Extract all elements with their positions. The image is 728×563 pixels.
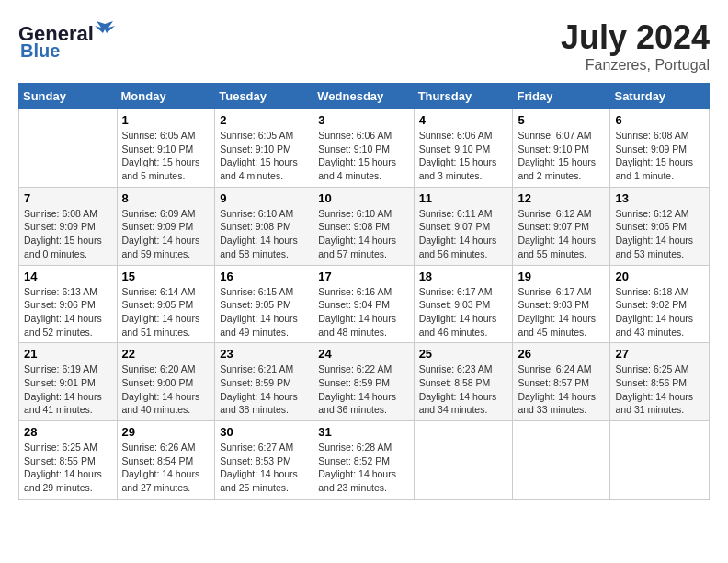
day-number: 8 (122, 191, 210, 205)
day-info: Sunrise: 6:24 AM Sunset: 8:57 PM Dayligh… (518, 362, 605, 417)
day-info: Sunrise: 6:06 AM Sunset: 9:10 PM Dayligh… (419, 129, 508, 183)
sunset-text: Sunset: 9:08 PM (318, 221, 390, 232)
calendar-header: Sunday Monday Tuesday Wednesday Thursday… (19, 84, 710, 109)
calendar-cell: 5Sunrise: 6:07 AM Sunset: 9:10 PM Daylig… (513, 109, 610, 188)
daylight-text: Daylight: 15 hours and 1 minute. (615, 156, 693, 181)
sunset-text: Sunset: 8:57 PM (518, 377, 589, 388)
sunset-text: Sunset: 8:59 PM (318, 377, 390, 388)
calendar-cell: 23Sunrise: 6:21 AM Sunset: 8:59 PM Dayli… (215, 343, 313, 421)
page-header: General Blue July 2024 Fanzeres, Portuga… (18, 18, 710, 74)
sunset-text: Sunset: 8:59 PM (220, 377, 291, 388)
day-info: Sunrise: 6:27 AM Sunset: 8:53 PM Dayligh… (220, 441, 308, 495)
daylight-text: Daylight: 14 hours and 29 minutes. (24, 468, 102, 493)
calendar-cell (513, 421, 610, 500)
daylight-text: Daylight: 14 hours and 43 minutes. (615, 313, 693, 338)
calendar-cell (610, 421, 710, 500)
day-info: Sunrise: 6:26 AM Sunset: 8:54 PM Dayligh… (122, 441, 210, 495)
day-number: 5 (518, 113, 605, 127)
sunrise-text: Sunrise: 6:16 AM (318, 286, 392, 297)
calendar-cell: 26Sunrise: 6:24 AM Sunset: 8:57 PM Dayli… (513, 343, 610, 421)
sunrise-text: Sunrise: 6:28 AM (318, 442, 392, 453)
day-info: Sunrise: 6:18 AM Sunset: 9:02 PM Dayligh… (615, 285, 704, 339)
day-info: Sunrise: 6:17 AM Sunset: 9:03 PM Dayligh… (419, 285, 508, 339)
daylight-text: Daylight: 14 hours and 23 minutes. (318, 468, 396, 493)
day-info: Sunrise: 6:21 AM Sunset: 8:59 PM Dayligh… (220, 362, 308, 417)
day-number: 27 (615, 347, 704, 361)
day-number: 24 (318, 347, 408, 361)
calendar-cell: 27Sunrise: 6:25 AM Sunset: 8:56 PM Dayli… (610, 343, 710, 421)
daylight-text: Daylight: 14 hours and 58 minutes. (220, 235, 298, 259)
calendar-cell: 24Sunrise: 6:22 AM Sunset: 8:59 PM Dayli… (313, 343, 414, 421)
day-info: Sunrise: 6:09 AM Sunset: 9:09 PM Dayligh… (122, 207, 210, 261)
sunrise-text: Sunrise: 6:25 AM (615, 363, 688, 374)
sunset-text: Sunset: 9:00 PM (122, 377, 194, 388)
calendar-week-row: 1Sunrise: 6:05 AM Sunset: 9:10 PM Daylig… (19, 109, 710, 188)
day-number: 19 (518, 270, 605, 283)
sunset-text: Sunset: 9:04 PM (318, 299, 390, 310)
sunrise-text: Sunrise: 6:17 AM (419, 286, 493, 297)
sunset-text: Sunset: 8:55 PM (24, 455, 96, 466)
day-number: 14 (24, 270, 112, 283)
sunrise-text: Sunrise: 6:08 AM (24, 208, 97, 219)
calendar-cell: 15Sunrise: 6:14 AM Sunset: 9:05 PM Dayli… (117, 265, 215, 343)
daylight-text: Daylight: 14 hours and 55 minutes. (518, 235, 596, 259)
calendar-cell (414, 421, 513, 500)
calendar-subtitle: Fanzeres, Portugal (561, 57, 710, 74)
day-number: 26 (518, 347, 605, 361)
sunrise-text: Sunrise: 6:17 AM (518, 286, 591, 297)
day-info: Sunrise: 6:05 AM Sunset: 9:10 PM Dayligh… (122, 129, 210, 183)
day-number: 30 (220, 425, 308, 439)
daylight-text: Daylight: 15 hours and 3 minutes. (419, 156, 497, 181)
daylight-text: Daylight: 14 hours and 41 minutes. (24, 391, 102, 416)
col-friday: Friday (513, 84, 610, 109)
calendar-cell: 19Sunrise: 6:17 AM Sunset: 9:03 PM Dayli… (513, 265, 610, 343)
sunrise-text: Sunrise: 6:18 AM (615, 286, 688, 297)
title-block: July 2024 Fanzeres, Portugal (561, 18, 710, 74)
daylight-text: Daylight: 14 hours and 49 minutes. (220, 313, 298, 338)
calendar-cell: 16Sunrise: 6:15 AM Sunset: 9:05 PM Dayli… (215, 265, 313, 343)
day-info: Sunrise: 6:15 AM Sunset: 9:05 PM Dayligh… (220, 285, 308, 339)
daylight-text: Daylight: 14 hours and 34 minutes. (419, 391, 497, 416)
calendar-cell: 11Sunrise: 6:11 AM Sunset: 9:07 PM Dayli… (414, 187, 513, 265)
calendar-cell: 4Sunrise: 6:06 AM Sunset: 9:10 PM Daylig… (414, 109, 513, 188)
day-info: Sunrise: 6:17 AM Sunset: 9:03 PM Dayligh… (518, 285, 605, 339)
day-info: Sunrise: 6:25 AM Sunset: 8:55 PM Dayligh… (24, 441, 112, 495)
calendar-cell (19, 109, 118, 188)
day-number: 2 (220, 113, 308, 127)
day-number: 21 (24, 347, 112, 361)
day-info: Sunrise: 6:11 AM Sunset: 9:07 PM Dayligh… (419, 207, 508, 261)
calendar-week-row: 14Sunrise: 6:13 AM Sunset: 9:06 PM Dayli… (19, 265, 710, 343)
daylight-text: Daylight: 15 hours and 2 minutes. (518, 156, 596, 181)
col-thursday: Thursday (414, 84, 513, 109)
calendar-week-row: 21Sunrise: 6:19 AM Sunset: 9:01 PM Dayli… (19, 343, 710, 421)
sunset-text: Sunset: 9:03 PM (518, 299, 589, 310)
day-number: 4 (419, 113, 508, 127)
sunset-text: Sunset: 8:58 PM (419, 377, 491, 388)
daylight-text: Daylight: 15 hours and 4 minutes. (318, 156, 396, 181)
day-info: Sunrise: 6:14 AM Sunset: 9:05 PM Dayligh… (122, 285, 210, 339)
sunset-text: Sunset: 8:54 PM (122, 455, 194, 466)
logo-text-group: General Blue (18, 22, 115, 62)
daylight-text: Daylight: 14 hours and 56 minutes. (419, 235, 497, 259)
daylight-text: Daylight: 14 hours and 31 minutes. (615, 391, 693, 416)
day-number: 20 (615, 270, 704, 283)
sunrise-text: Sunrise: 6:06 AM (318, 130, 392, 141)
daylight-text: Daylight: 14 hours and 25 minutes. (220, 468, 298, 493)
sunrise-text: Sunrise: 6:26 AM (122, 442, 196, 453)
sunset-text: Sunset: 9:10 PM (518, 144, 589, 155)
day-info: Sunrise: 6:16 AM Sunset: 9:04 PM Dayligh… (318, 285, 408, 339)
daylight-text: Daylight: 15 hours and 4 minutes. (220, 156, 298, 181)
day-number: 15 (122, 270, 210, 283)
day-info: Sunrise: 6:06 AM Sunset: 9:10 PM Dayligh… (318, 129, 408, 183)
day-number: 16 (220, 270, 308, 283)
day-number: 17 (318, 270, 408, 283)
sunset-text: Sunset: 9:08 PM (220, 221, 291, 232)
sunrise-text: Sunrise: 6:23 AM (419, 363, 493, 374)
daylight-text: Daylight: 14 hours and 27 minutes. (122, 468, 200, 493)
sunset-text: Sunset: 9:10 PM (220, 144, 291, 155)
day-number: 25 (419, 347, 508, 361)
calendar-week-row: 28Sunrise: 6:25 AM Sunset: 8:55 PM Dayli… (19, 421, 710, 500)
logo: General Blue (18, 18, 115, 62)
day-number: 11 (419, 191, 508, 205)
sunrise-text: Sunrise: 6:11 AM (419, 208, 493, 219)
